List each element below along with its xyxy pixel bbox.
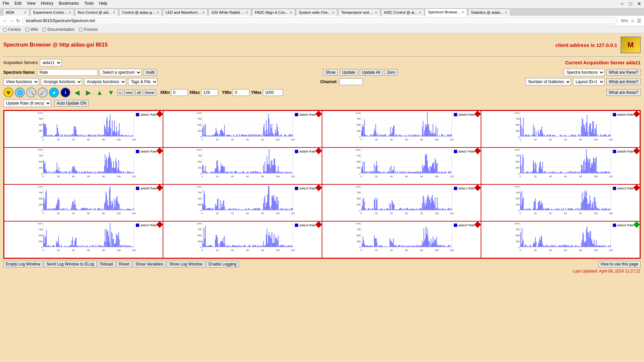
- multi-button[interactable]: multi: [144, 69, 157, 76]
- gallery-cell-16[interactable]: aida16 Rate10007505002500020406080100120: [481, 221, 640, 258]
- tab-close[interactable]: ✕: [156, 11, 159, 14]
- gallery-cell-15[interactable]: aida15 Rate10007505002500020406080100120: [322, 221, 481, 258]
- update-button[interactable]: Update: [340, 69, 358, 76]
- what-these-button-2[interactable]: What are these?: [606, 78, 641, 85]
- gallery-cell-4[interactable]: aida04 Rate10007505002500020406080100120: [481, 111, 640, 147]
- gallery-cell-2[interactable]: aida02 Rate10007505002500020406080100120: [163, 111, 322, 147]
- tab-experiment[interactable]: Experiment Contro...✕: [30, 9, 74, 16]
- bookmark-docs[interactable]: ◯ Documentation: [42, 27, 74, 32]
- arrange-functions-select[interactable]: Arrange functions: [41, 78, 82, 85]
- tab-close[interactable]: ✕: [289, 11, 292, 14]
- spectrum-name-input[interactable]: [37, 69, 98, 76]
- back-button[interactable]: ←: [3, 18, 7, 23]
- tab-close[interactable]: ✕: [332, 11, 334, 14]
- spectra-functions-select[interactable]: Spectra functions: [564, 69, 604, 76]
- tab-close[interactable]: ✕: [246, 11, 248, 14]
- tab-temp[interactable]: Temperature and ...✕: [338, 9, 380, 16]
- gallery-cell-7[interactable]: aida07 Rate10007505002500020406080100120: [322, 147, 481, 184]
- right-arrow-icon[interactable]: ▶: [83, 87, 93, 98]
- bookmark-forums[interactable]: ◯ Forums: [78, 27, 98, 32]
- auto-update-button[interactable]: Auto Update ON: [54, 100, 89, 107]
- minimize-btn[interactable]: −: [621, 1, 624, 7]
- menu-bookmarks[interactable]: Bookmarks: [59, 1, 79, 7]
- show-log-button[interactable]: Show Log Window: [167, 261, 205, 267]
- down-arrow-icon[interactable]: ▼: [106, 87, 116, 98]
- linear-button[interactable]: linear: [144, 89, 156, 96]
- tab-gsi[interactable]: GSI White Rabbit ...✕: [208, 9, 251, 16]
- up-arrow-icon[interactable]: ▲: [95, 87, 105, 98]
- gallery-cell-8[interactable]: aida08 Rate10007505002500020406080100120: [481, 147, 640, 184]
- tags-fits-select[interactable]: Tags & Fits: [128, 78, 158, 85]
- update-all-button[interactable]: Update All: [360, 69, 383, 76]
- tab-runcontrol[interactable]: Run Control @ aid...✕: [75, 9, 118, 16]
- tab-led[interactable]: LED and Waveform...✕: [163, 9, 208, 16]
- gallery-cell-1[interactable]: aida01 Rate10007505002500020406080100120: [4, 111, 163, 147]
- close-btn[interactable]: ✕: [637, 1, 641, 7]
- gallery-cell-14[interactable]: aida14 Rate10007505002500020406080100120: [163, 221, 322, 258]
- menu-history[interactable]: History: [41, 1, 53, 7]
- tab-asic[interactable]: ASIC Control @ ai...✕: [381, 9, 424, 16]
- tab-close[interactable]: ✕: [202, 11, 205, 14]
- ymin-input[interactable]: [233, 89, 250, 96]
- show-button[interactable]: Show: [323, 69, 338, 76]
- enable-logging-button[interactable]: Enable Logging: [206, 261, 239, 267]
- menu-help[interactable]: Help: [99, 1, 107, 7]
- menu-view[interactable]: View: [27, 1, 36, 7]
- channel-input[interactable]: [339, 78, 363, 85]
- tab-close[interactable]: ✕: [375, 11, 377, 14]
- gallery-cell-5[interactable]: aida05 Rate10007505002500020406080100120: [4, 147, 163, 184]
- acq-server-select[interactable]: aida11: [40, 59, 62, 66]
- tab-close[interactable]: ✕: [505, 11, 507, 14]
- left-arrow-icon[interactable]: ◀: [72, 87, 82, 98]
- empty-log-button[interactable]: Empty Log Window: [3, 261, 43, 267]
- what-these-button-3[interactable]: What are these?: [606, 89, 641, 96]
- menu-edit[interactable]: Edit: [14, 1, 21, 7]
- gallery-cell-13[interactable]: aida13 Rate10007505002500020406080100120: [4, 221, 163, 258]
- maximize-btn[interactable]: □: [629, 1, 632, 7]
- zoom-out-icon[interactable]: 🔎: [38, 87, 48, 98]
- view-functions-select[interactable]: View functions: [3, 78, 39, 85]
- tab-aida[interactable]: AIDA✕: [3, 9, 30, 16]
- tab-control[interactable]: Control @ aidas-g...✕: [119, 9, 162, 16]
- radiation-icon[interactable]: ☢: [3, 87, 13, 98]
- tab-close[interactable]: ✕: [113, 11, 115, 14]
- analysis-functions-select[interactable]: Analysis functions: [84, 78, 126, 85]
- show-variables-button[interactable]: Show Variables: [133, 261, 166, 267]
- info-icon[interactable]: i: [60, 87, 70, 98]
- xmax-input[interactable]: [201, 89, 218, 96]
- gallery-cell-6[interactable]: aida06 Rate10007505002500020406080100120: [163, 147, 322, 184]
- zoom-in-icon[interactable]: 🔍: [26, 87, 36, 98]
- what-these-button-1[interactable]: What are these?: [606, 69, 641, 76]
- tab-fadc[interactable]: FADC Align & Con...✕: [252, 9, 295, 16]
- layout-id-select[interactable]: Layout ID=1: [573, 78, 604, 85]
- tab-spectrum[interactable]: Spectrum Browse...✕: [425, 8, 467, 16]
- tab-system[interactable]: System wide Che...✕: [296, 9, 338, 16]
- bookmark-centos[interactable]: ◯ Centos: [3, 27, 21, 32]
- xmin-input[interactable]: [171, 89, 188, 96]
- update-rate-select[interactable]: Update Rate (8 secs): [3, 100, 51, 107]
- forward-button[interactable]: →: [9, 18, 14, 23]
- reset-button[interactable]: Reset: [117, 261, 132, 267]
- globe-icon[interactable]: 🌐: [15, 87, 25, 98]
- number-of-galleries-select[interactable]: Number of Galleries: [526, 78, 571, 85]
- tab-statistics[interactable]: Statistics @ aidas...✕: [468, 9, 511, 16]
- tab-close[interactable]: ✕: [68, 11, 71, 14]
- tab-close[interactable]: ✕: [419, 11, 421, 14]
- circle-blue-icon[interactable]: ●: [49, 87, 59, 98]
- select-spectrum-dropdown[interactable]: Select a spectrum: [100, 69, 142, 76]
- tab-close[interactable]: ✕: [462, 10, 464, 14]
- gallery-cell-11[interactable]: aida11 Rate10007505002500020406080100120: [322, 184, 481, 221]
- gallery-cell-9[interactable]: aida09 Rate10007505002500020406080100120: [4, 184, 163, 221]
- x-button[interactable]: x: [117, 89, 123, 96]
- reload-button[interactable]: Reload: [98, 261, 115, 267]
- how-to-button[interactable]: How to use this page: [598, 261, 641, 267]
- send-log-button[interactable]: Send Log Window to ELog: [44, 261, 96, 267]
- all-button[interactable]: all: [136, 89, 143, 96]
- gallery-cell-3[interactable]: aida03 Rate10007505002500020406080100120: [322, 111, 481, 147]
- ymax-input[interactable]: [263, 89, 283, 96]
- zero-button[interactable]: Zero: [385, 69, 398, 76]
- menu-file[interactable]: File: [3, 1, 9, 7]
- gallery-cell-10[interactable]: aida10 Rate10007505002500020406080100120: [163, 184, 322, 221]
- address-input[interactable]: [22, 17, 618, 24]
- extensions-icon[interactable]: ☰: [637, 18, 641, 23]
